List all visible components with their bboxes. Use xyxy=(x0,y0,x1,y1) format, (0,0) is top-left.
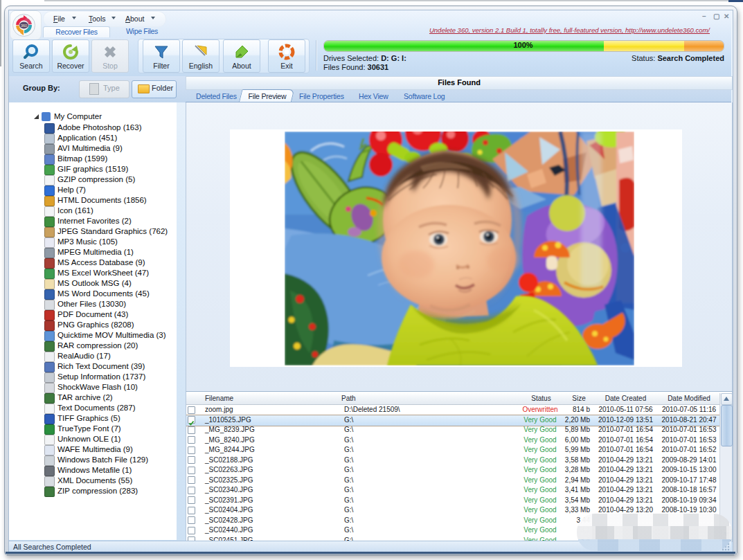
svg-text:360: 360 xyxy=(21,24,27,28)
